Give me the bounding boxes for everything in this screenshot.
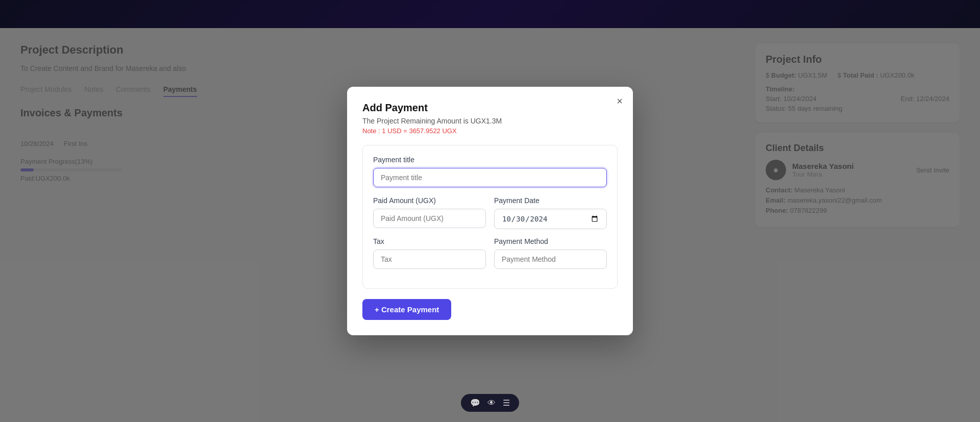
tax-input[interactable] xyxy=(373,250,486,269)
modal-note: Note : 1 USD = 3657.9522 UGX xyxy=(362,127,618,135)
create-payment-label: + Create Payment xyxy=(375,305,439,314)
form-card: Payment title Paid Amount (UGX) Payment … xyxy=(362,145,618,289)
create-payment-button[interactable]: + Create Payment xyxy=(362,299,451,320)
eye-icon[interactable]: 👁 xyxy=(487,399,496,408)
payment-method-input[interactable] xyxy=(494,250,607,269)
payment-date-label: Payment Date xyxy=(494,196,607,205)
payment-method-group: Payment Method xyxy=(494,237,607,278)
amount-date-row: Paid Amount (UGX) Payment Date xyxy=(373,196,607,237)
add-payment-modal: × Add Payment The Project Remaining Amou… xyxy=(347,87,633,335)
payment-title-label: Payment title xyxy=(373,156,607,164)
paid-amount-label: Paid Amount (UGX) xyxy=(373,196,486,205)
payment-date-input[interactable] xyxy=(494,209,607,229)
paid-amount-input[interactable] xyxy=(373,209,486,228)
modal-title: Add Payment xyxy=(362,102,618,114)
list-icon[interactable]: ☰ xyxy=(503,398,510,408)
payment-method-label: Payment Method xyxy=(494,237,607,245)
chat-icon[interactable]: 💬 xyxy=(470,398,480,408)
payment-date-group: Payment Date xyxy=(494,196,607,237)
bottom-toolbar: 💬 👁 ☰ xyxy=(461,394,519,412)
payment-title-input[interactable] xyxy=(373,168,607,187)
tax-method-row: Tax Payment Method xyxy=(373,237,607,278)
tax-label: Tax xyxy=(373,237,486,245)
modal-header: Add Payment The Project Remaining Amount… xyxy=(362,102,618,135)
paid-amount-group: Paid Amount (UGX) xyxy=(373,196,486,228)
modal-subtitle: The Project Remaining Amount is UGX1.3M xyxy=(362,117,618,125)
tax-group: Tax xyxy=(373,237,486,269)
modal-overlay: × Add Payment The Project Remaining Amou… xyxy=(0,0,980,422)
payment-title-group: Payment title xyxy=(373,156,607,187)
close-button[interactable]: × xyxy=(617,96,623,106)
